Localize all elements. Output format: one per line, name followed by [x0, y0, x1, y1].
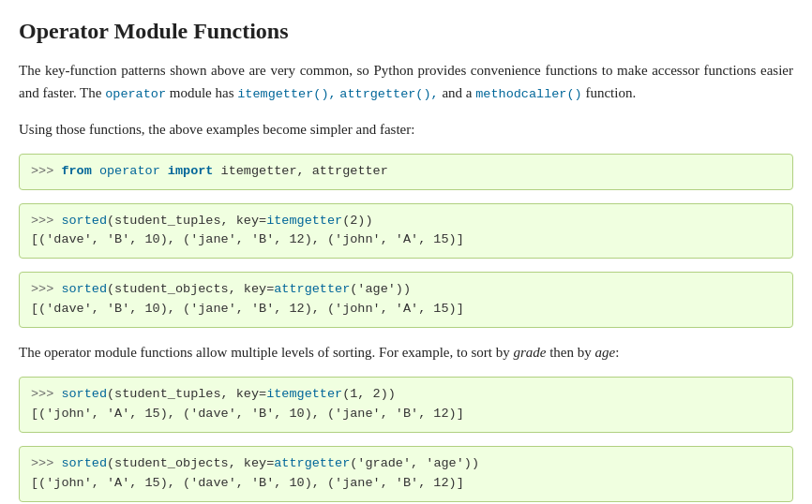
code-block-4: >>> sorted(student_tuples, key=itemgette… [19, 377, 793, 433]
code-block-5-line2: [('john', 'A', 15), ('dave', 'B', 10), (… [31, 474, 781, 494]
rest-4a: (student_tuples, key= [107, 387, 266, 401]
p1-attrgetter-inline: attrgetter(), [339, 87, 438, 101]
rest-2a: (student_tuples, key= [107, 214, 266, 228]
fn-sorted-2: sorted [61, 214, 107, 228]
fn-itemgetter-2: itemgetter [266, 214, 342, 228]
page-title: Operator Module Functions [19, 19, 793, 44]
prompt-1: >>> [31, 164, 61, 178]
rest-3b: ('age')) [350, 282, 411, 296]
p1-text-middle: module has [166, 85, 237, 100]
prompt-4: >>> [31, 387, 61, 401]
rest-5b: ('grade', 'age')) [350, 456, 479, 470]
paragraph-1: The key-function patterns shown above ar… [19, 59, 793, 105]
prompt-5: >>> [31, 456, 61, 470]
rest-5a: (student_objects, key= [107, 456, 274, 470]
code-block-3: >>> sorted(student_objects, key=attrgett… [19, 272, 793, 328]
code-block-2-line1: >>> sorted(student_tuples, key=itemgette… [31, 212, 781, 231]
p3-age-italic: age [594, 345, 615, 360]
code-block-3-line1: >>> sorted(student_objects, key=attrgett… [31, 280, 781, 300]
code-block-4-line1: >>> sorted(student_tuples, key=itemgette… [31, 385, 781, 405]
code-block-2: >>> sorted(student_tuples, key=itemgette… [19, 203, 793, 259]
space-op [92, 164, 99, 178]
p1-operator-inline: operator [105, 87, 166, 101]
rest-1: itemgetter, attrgetter [213, 164, 387, 178]
p1-itemgetter-inline: itemgetter(), [237, 87, 336, 101]
space-import [160, 164, 168, 178]
prompt-3: >>> [31, 282, 61, 296]
p3-text-end: : [615, 345, 619, 360]
rest-3a: (student_objects, key= [107, 282, 274, 296]
code-block-1: >>> from operator import itemgetter, att… [19, 154, 793, 190]
fn-operator: operator [99, 164, 160, 178]
p3-text-before: The operator module functions allow mult… [19, 345, 513, 360]
fn-sorted-4: sorted [61, 387, 107, 401]
code-block-3-line2: [('dave', 'B', 10), ('jane', 'B', 12), (… [31, 300, 781, 319]
code-block-5: >>> sorted(student_objects, key=attrgett… [19, 446, 793, 502]
paragraph-2: Using those functions, the above example… [19, 118, 793, 141]
rest-2b: (2)) [342, 214, 372, 228]
fn-itemgetter-4: itemgetter [266, 387, 342, 401]
prompt-2: >>> [31, 214, 61, 228]
p1-methodcaller-inline: methodcaller() [475, 87, 581, 101]
paragraph-3: The operator module functions allow mult… [19, 341, 793, 363]
rest-4b: (1, 2)) [342, 387, 396, 401]
fn-attrgetter-3: attrgetter [274, 282, 350, 296]
fn-sorted-3: sorted [61, 282, 107, 296]
p1-text-after: and a [439, 85, 476, 100]
p1-text-end: function. [582, 85, 637, 100]
fn-sorted-5: sorted [61, 456, 107, 470]
fn-attrgetter-5: attrgetter [274, 456, 350, 470]
p3-text-middle: then by [546, 345, 594, 360]
kw-import: import [168, 164, 214, 178]
kw-from: from [61, 164, 91, 178]
code-block-2-line2: [('dave', 'B', 10), ('jane', 'B', 12), (… [31, 230, 781, 250]
code-block-4-line2: [('john', 'A', 15), ('dave', 'B', 10), (… [31, 405, 781, 424]
p3-grade-italic: grade [513, 345, 546, 360]
code-block-5-line1: >>> sorted(student_objects, key=attrgett… [31, 454, 781, 474]
